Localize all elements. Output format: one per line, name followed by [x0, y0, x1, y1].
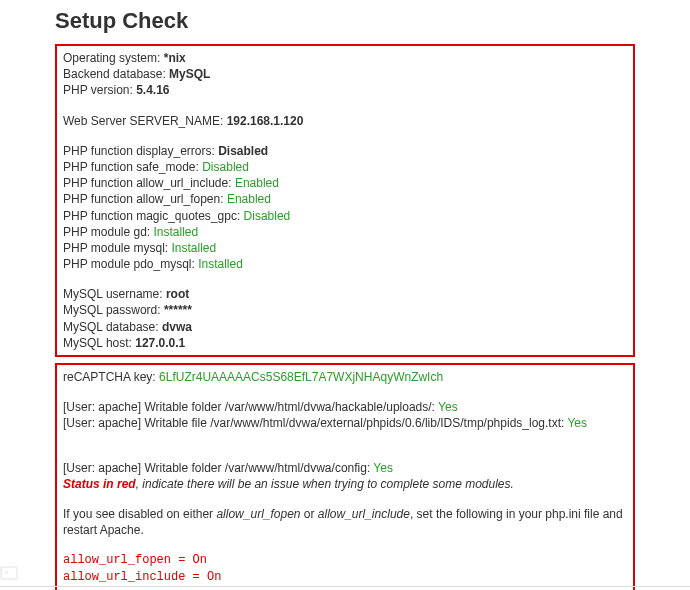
system-info-box: Operating system: *nix Backend database:… — [55, 44, 635, 357]
recaptcha-line: reCAPTCHA key: 6LfUZr4UAAAAACs5S68EfL7A7… — [63, 369, 627, 385]
gd-module-line: PHP module gd: Installed — [63, 224, 627, 240]
bottom-divider — [0, 586, 690, 587]
magic-quotes-line: PHP function magic_quotes_gpc: Disabled — [63, 208, 627, 224]
code-include-line: allow_url_include = On — [63, 569, 627, 585]
db-line: Backend database: MySQL — [63, 66, 627, 82]
disabled-note-line: If you see disabled on either allow_url_… — [63, 506, 627, 538]
allow-url-include-line: PHP function allow_url_include: Enabled — [63, 175, 627, 191]
server-name-line: Web Server SERVER_NAME: 192.168.1.120 — [63, 113, 627, 129]
mysql-user-line: MySQL username: root — [63, 286, 627, 302]
allow-url-fopen-line: PHP function allow_url_fopen: Enabled — [63, 191, 627, 207]
status-box: reCAPTCHA key: 6LfUZr4UAAAAACs5S68EfL7A7… — [55, 363, 635, 590]
writable-uploads-line: [User: apache] Writable folder /var/www/… — [63, 399, 627, 415]
php-version-line: PHP version: 5.4.16 — [63, 82, 627, 98]
mysql-module-line: PHP module mysql: Installed — [63, 240, 627, 256]
display-errors-line: PHP function display_errors: Disabled — [63, 143, 627, 159]
writable-config-line: [User: apache] Writable folder /var/www/… — [63, 460, 627, 476]
page-title: Setup Check — [55, 8, 635, 34]
code-fopen-line: allow_url_fopen = On — [63, 552, 627, 568]
safe-mode-line: PHP function safe_mode: Disabled — [63, 159, 627, 175]
mysql-db-line: MySQL database: dvwa — [63, 319, 627, 335]
status-note-line: Status in red, indicate there will be an… — [63, 476, 627, 492]
os-line: Operating system: *nix — [63, 50, 627, 66]
writable-phpids-line: [User: apache] Writable file /var/www/ht… — [63, 415, 627, 431]
pdo-mysql-module-line: PHP module pdo_mysql: Installed — [63, 256, 627, 272]
mysql-pass-line: MySQL password: ****** — [63, 302, 627, 318]
mysql-host-line: MySQL host: 127.0.0.1 — [63, 335, 627, 351]
watermark — [0, 566, 21, 580]
